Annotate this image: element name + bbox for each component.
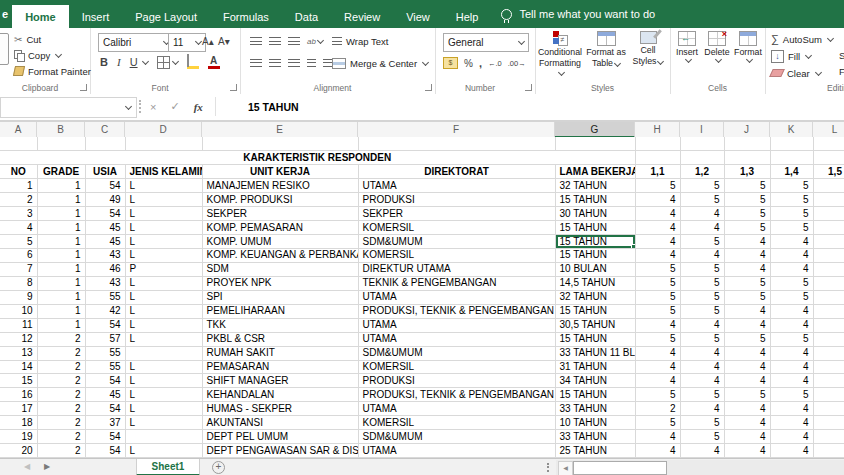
cell[interactable]: 1 [37, 290, 85, 304]
cell[interactable] [813, 318, 844, 332]
header-cell[interactable]: 1,5 [813, 165, 844, 179]
cell[interactable]: KOMP. PRODUKSI [202, 193, 358, 207]
alignment-dialog-launcher[interactable] [425, 84, 432, 91]
cell[interactable]: 5 [635, 290, 680, 304]
cell[interactable]: DEPT PEL UMUM [202, 430, 358, 444]
column-header-f[interactable]: F [358, 122, 555, 138]
cell[interactable]: 9 [0, 290, 37, 304]
cell[interactable] [813, 416, 844, 430]
cell[interactable] [813, 276, 844, 290]
column-header-i[interactable]: I [680, 122, 724, 138]
cell[interactable]: 1 [37, 276, 85, 290]
cell-empty[interactable] [85, 137, 125, 151]
cell[interactable]: 5 [770, 290, 813, 304]
cell[interactable]: 4 [724, 444, 770, 458]
clipboard-dialog-launcher[interactable] [80, 84, 87, 91]
cell[interactable] [813, 262, 844, 276]
cell[interactable] [813, 193, 844, 207]
cell[interactable]: 4 [635, 235, 680, 249]
cell[interactable]: 5 [0, 235, 37, 249]
decrease-decimal-icon[interactable]: .00→ [508, 59, 526, 68]
cell[interactable]: 5 [724, 332, 770, 346]
cell[interactable]: 33 TAHUN 11 BLN [555, 346, 635, 360]
cell[interactable]: PRODUKSI [358, 374, 555, 388]
cell[interactable]: 5 [680, 235, 724, 249]
cell[interactable]: 1 [37, 193, 85, 207]
cell[interactable]: 4 [770, 346, 813, 360]
header-cell[interactable]: 1,3 [724, 165, 770, 179]
cut-button[interactable]: ✂ Cut [14, 32, 41, 46]
cell[interactable] [813, 235, 844, 249]
wrap-text-button[interactable]: Wrap Text [332, 34, 388, 48]
cell[interactable]: 4 [770, 374, 813, 388]
cell-empty[interactable] [358, 137, 555, 151]
cell[interactable]: 54 [85, 318, 125, 332]
cell[interactable]: 2 [37, 430, 85, 444]
cell[interactable] [813, 290, 844, 304]
cell[interactable]: L [125, 193, 202, 207]
formula-bar-grip[interactable] [139, 100, 141, 113]
cell[interactable]: 54 [85, 207, 125, 221]
header-cell[interactable]: GRADE [37, 165, 85, 179]
cell[interactable]: 5 [724, 193, 770, 207]
cell[interactable]: 5 [770, 207, 813, 221]
cell[interactable]: 32 TAHUN [555, 290, 635, 304]
column-header-a[interactable]: A [0, 122, 37, 138]
increase-font-button[interactable]: A▴ [202, 34, 214, 48]
cell[interactable]: 4 [680, 360, 724, 374]
cell[interactable]: 4 [770, 430, 813, 444]
cell-empty[interactable] [680, 151, 724, 165]
cell[interactable]: L [125, 290, 202, 304]
cell[interactable]: 42 [85, 304, 125, 318]
cell[interactable]: 10 [0, 304, 37, 318]
cell[interactable]: 37 [85, 416, 125, 430]
cell[interactable]: PKBL & CSR [202, 332, 358, 346]
header-cell[interactable]: UNIT KERJA [202, 165, 358, 179]
cell-styles-button[interactable]: Cell Styles [629, 31, 667, 83]
increase-indent-icon[interactable] [323, 59, 332, 67]
cell[interactable]: 13 [0, 346, 37, 360]
align-right-icon[interactable] [288, 59, 300, 67]
orientation-icon[interactable]: ab [307, 37, 316, 46]
cell[interactable]: 25 TAHUN [555, 444, 635, 458]
increase-decimal-icon[interactable]: ←.0 [488, 59, 502, 68]
paste-button-partial[interactable] [0, 33, 9, 65]
cell[interactable]: 1 [37, 207, 85, 221]
cell[interactable]: 4 [724, 346, 770, 360]
cell[interactable]: SDM&UMUM [358, 430, 555, 444]
cell-empty[interactable] [202, 137, 358, 151]
cell[interactable]: 5 [635, 332, 680, 346]
cell[interactable]: 14,5 TAHUN [555, 276, 635, 290]
cell[interactable]: 4 [770, 304, 813, 318]
cell-empty[interactable] [37, 137, 85, 151]
bold-button[interactable]: B [100, 56, 108, 68]
font-name-combo[interactable]: Calibri [98, 33, 174, 52]
cell[interactable]: 55 [85, 346, 125, 360]
cell[interactable]: 5 [770, 276, 813, 290]
cell[interactable]: 5 [724, 179, 770, 193]
sheet-tab-sheet1[interactable]: Sheet1 [136, 459, 200, 475]
align-middle-icon[interactable] [269, 37, 281, 45]
tab-formulas[interactable]: Formulas [210, 5, 282, 28]
cell[interactable]: 33 TAHUN [555, 402, 635, 416]
cell[interactable]: 54 [85, 430, 125, 444]
cell[interactable]: 34 TAHUN [555, 374, 635, 388]
tab-view[interactable]: View [393, 5, 443, 28]
cell[interactable]: 4 [635, 221, 680, 235]
cell[interactable]: 57 [85, 332, 125, 346]
cell[interactable]: 4 [0, 221, 37, 235]
scrollbar-grip[interactable] [547, 463, 549, 472]
cell[interactable]: 30 TAHUN [555, 207, 635, 221]
cell[interactable]: UTAMA [358, 402, 555, 416]
cell-empty[interactable] [724, 151, 770, 165]
cell[interactable]: 6 [0, 249, 37, 263]
cell[interactable]: 5 [635, 416, 680, 430]
cell[interactable]: 4 [770, 262, 813, 276]
cell[interactable]: KOMP. KEUANGAN & PERBANKAN [202, 249, 358, 263]
tab-insert[interactable]: Insert [69, 5, 123, 28]
cell[interactable]: 16 [0, 388, 37, 402]
cell[interactable]: DIREKTUR UTAMA [358, 262, 555, 276]
cell-empty[interactable] [635, 151, 680, 165]
comma-style-icon[interactable]: , [479, 57, 482, 69]
cell[interactable]: 4 [724, 416, 770, 430]
